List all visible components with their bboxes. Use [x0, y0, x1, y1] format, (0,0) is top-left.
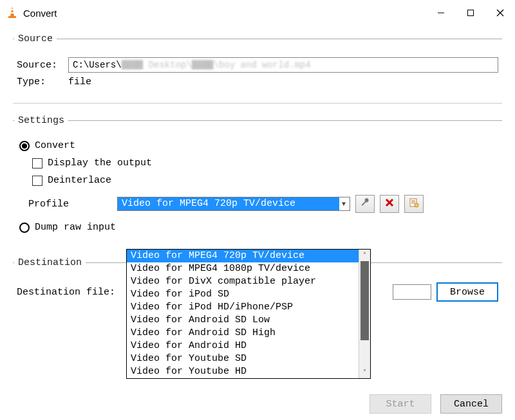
profile-dropdown-list[interactable]: Video for MPEG4 720p TV/deviceVideo for …	[126, 249, 371, 379]
svg-rect-5	[468, 10, 474, 16]
source-path-blurred: ████ Desktop\████\boy and world.mp4	[122, 60, 311, 70]
new-document-icon	[409, 197, 419, 210]
window-title: Convert	[23, 8, 57, 19]
dump-raw-label: Dump raw input	[35, 222, 116, 233]
destination-legend: Destination	[14, 257, 86, 268]
svg-rect-2	[10, 12, 14, 14]
wrench-icon	[360, 197, 370, 210]
source-label: Source:	[17, 60, 62, 71]
convert-radio[interactable]: Convert	[19, 140, 498, 151]
profile-selected: Video for MPEG4 720p TV/device	[118, 197, 339, 210]
convert-radio-label: Convert	[35, 140, 75, 151]
display-output-checkbox[interactable]: Display the output	[32, 158, 498, 169]
source-input[interactable]: C:\Users\ ████ Desktop\████\boy and worl…	[68, 57, 498, 73]
svg-rect-1	[11, 9, 14, 10]
dialog-footer: Start Cancel	[370, 394, 502, 414]
profile-option[interactable]: Video for Android HD	[127, 340, 359, 352]
profile-combo[interactable]: Video for MPEG4 720p TV/device ▼	[117, 197, 350, 211]
vlc-cone-icon	[6, 6, 18, 21]
close-button[interactable]	[485, 0, 515, 26]
dump-raw-radio[interactable]: Dump raw input	[19, 222, 498, 233]
profile-option[interactable]: Video for Android SD Low	[127, 314, 359, 327]
deinterlace-checkbox[interactable]: Deinterlace	[32, 175, 498, 186]
svg-rect-3	[8, 16, 16, 18]
profile-option[interactable]: Video for MPEG4 720p TV/device	[127, 250, 359, 262]
checkbox-unchecked-icon	[32, 158, 42, 169]
source-path-prefix: C:\Users\	[73, 60, 122, 70]
profile-label: Profile	[28, 199, 112, 210]
maximize-button[interactable]	[456, 0, 485, 26]
deinterlace-label: Deinterlace	[48, 175, 111, 186]
display-output-label: Display the output	[48, 158, 152, 169]
destination-file-label: Destination file:	[17, 287, 120, 298]
destination-file-input[interactable]	[393, 284, 431, 300]
type-label: Type:	[17, 77, 62, 87]
profile-option[interactable]: Video for DivX compatible player	[127, 275, 359, 288]
delete-profile-button[interactable]	[380, 195, 399, 213]
type-value: file	[68, 77, 91, 87]
start-button[interactable]: Start	[370, 394, 431, 414]
settings-legend: Settings	[14, 115, 68, 126]
minimize-button[interactable]	[426, 0, 456, 26]
profile-option[interactable]: Video for MPEG4 1080p TV/device	[127, 262, 359, 275]
settings-group: Settings Convert Display the output Dein…	[13, 115, 502, 246]
scrollbar[interactable]: ˄ ˅	[359, 250, 370, 378]
new-profile-button[interactable]	[404, 195, 424, 213]
svg-point-14	[415, 203, 418, 207]
scroll-track[interactable]	[359, 261, 370, 367]
chevron-down-icon: ▼	[339, 197, 348, 210]
radio-unselected-icon	[19, 223, 30, 233]
scroll-down-icon[interactable]: ˅	[359, 367, 370, 378]
profile-option[interactable]: Video for Youtube HD	[127, 365, 359, 378]
x-red-icon	[385, 198, 394, 210]
source-legend: Source	[14, 33, 57, 44]
cancel-button[interactable]: Cancel	[440, 394, 502, 414]
scroll-thumb[interactable]	[360, 261, 369, 340]
checkbox-unchecked-icon	[32, 176, 42, 186]
browse-button[interactable]: Browse	[436, 282, 498, 302]
radio-selected-icon	[19, 141, 30, 151]
scroll-up-icon[interactable]: ˄	[359, 250, 370, 261]
profile-option[interactable]: Video for Android SD High	[127, 327, 359, 340]
profile-option[interactable]: Video for iPod HD/iPhone/PSP	[127, 301, 359, 314]
profile-option[interactable]: Video for iPod SD	[127, 288, 359, 301]
profile-option[interactable]: Video for Youtube SD	[127, 352, 359, 365]
titlebar: Convert	[0, 0, 515, 26]
edit-profile-button[interactable]	[355, 195, 375, 213]
source-group: Source Source: C:\Users\ ████ Desktop\██…	[13, 33, 502, 104]
svg-marker-0	[10, 6, 14, 16]
